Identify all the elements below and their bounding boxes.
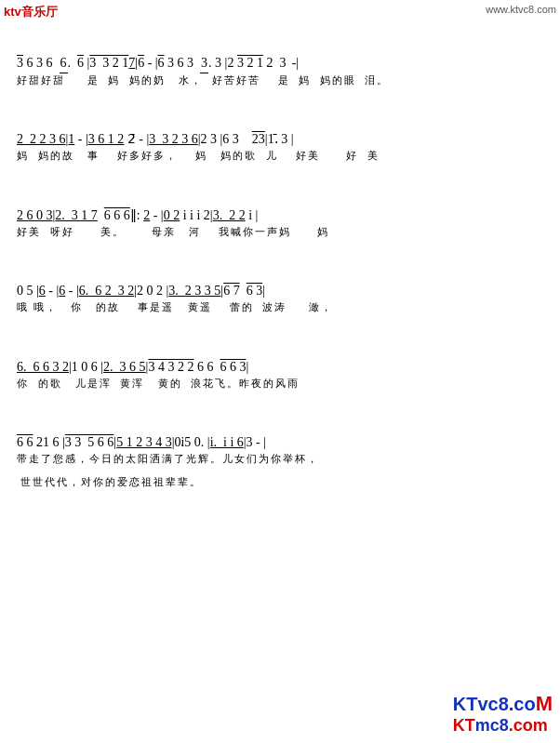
notation-1: 3 6 3 6 6. 6 |3 3 2 17|6 - |6 3 6 3 3. 3… bbox=[17, 33, 543, 73]
section-3: 2 6 0 3|2. 3 1 7 6 6 6‖: 2 - |0 2 i i i … bbox=[17, 186, 543, 239]
gap-4 bbox=[17, 319, 543, 338]
extra-lyrics: 世世代代，对你的爱恋祖祖辈辈。 bbox=[17, 475, 543, 489]
watermark-top-right: www.ktvc8.com bbox=[486, 4, 556, 15]
gap-3 bbox=[17, 243, 543, 261]
lyrics-3: 好美 呀好 美。 母亲 河 我喊你一声妈 妈 bbox=[17, 225, 543, 239]
lyrics-4: 哦 哦， 你 的故 事是遥 黄遥 蕾的 波涛 澉， bbox=[17, 300, 543, 314]
notation-3: 2 6 0 3|2. 3 1 7 6 6 6‖: 2 - |0 2 i i i … bbox=[17, 186, 543, 225]
watermark-top-left: ktv音乐厅 bbox=[4, 4, 58, 20]
notation-4: 0 5 |6 - |6 - |6. 6 2 3 2|2 0 2 |3. 2 3 … bbox=[17, 261, 543, 300]
notation-5: 6. 6 6 3 2|1 0 6 |2. 3 6 5|3 4 3 2 2 6 6… bbox=[17, 338, 543, 377]
lyrics-1: 好甜好甜 是 妈 妈的奶 水， 好苦好苦 是 妈 妈的眼 泪。 bbox=[17, 73, 543, 87]
notation-2: 2 2 2 3 6|1 - |3 6 1 2 2̄ - |3 3 2 3 6|2… bbox=[17, 110, 543, 149]
notation-6: 6 6 2·1 6 |3 3 5 6 6|5 1 2 3 4 3|0i·5 0.… bbox=[17, 413, 543, 452]
lyrics-2: 妈 妈的故 事 好多好多， 妈 妈的歌 儿 好美 好 美 bbox=[17, 149, 543, 163]
section-6: 6 6 2·1 6 |3 3 5 6 6|5 1 2 3 4 3|0i·5 0.… bbox=[17, 413, 543, 466]
section-5: 6. 6 6 3 2|1 0 6 |2. 3 6 5|3 4 3 2 2 6 6… bbox=[17, 338, 543, 391]
music-content: 3 6 3 6 6. 6 |3 3 2 17|6 - |6 3 6 3 3. 3… bbox=[9, 7, 551, 498]
brand-ktvc8: KTvc8.coM bbox=[453, 692, 553, 716]
gap-2 bbox=[17, 167, 543, 186]
section-4: 0 5 |6 - |6 - |6. 6 2 3 2|2 0 2 |3. 2 3 … bbox=[17, 261, 543, 314]
lyrics-6: 带走了您感，今日的太阳洒满了光辉。儿女们为你举杯， bbox=[17, 452, 543, 466]
gap-1 bbox=[17, 91, 543, 110]
watermark-bottom-right: KTvc8.coM KTmc8.com bbox=[453, 692, 553, 736]
gap-5 bbox=[17, 394, 543, 413]
section-1: 3 6 3 6 6. 6 |3 3 2 17|6 - |6 3 6 3 3. 3… bbox=[17, 33, 543, 87]
brand-ktmc8: KTmc8.com bbox=[453, 716, 553, 736]
section-2: 2 2 2 3 6|1 - |3 6 1 2 2̄ - |3 3 2 3 6|2… bbox=[17, 110, 543, 163]
page: ktv音乐厅 www.ktvc8.com 3 6 3 6 6. 6 |3 3 2… bbox=[0, 0, 560, 743]
lyrics-5: 你 的歌 儿是浑 黄浑 黄的 浪花飞。昨夜的风雨 bbox=[17, 377, 543, 391]
